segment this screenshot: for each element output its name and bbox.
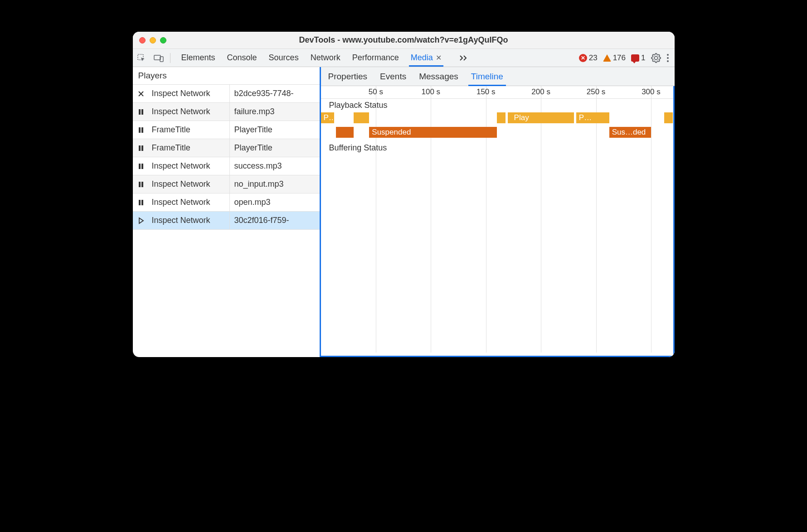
player-row[interactable]: FrameTitlePlayerTitle: [133, 121, 320, 139]
player-title: open.mp3: [230, 198, 320, 207]
player-title: PlayerTitle: [230, 125, 320, 135]
message-icon: [631, 54, 639, 62]
media-subtabs: Properties Events Messages Timeline: [321, 67, 675, 86]
ruler-tick: 200 s: [531, 87, 550, 97]
toolbar-separator: [170, 53, 170, 63]
player-row[interactable]: Inspect Networkb2dce935-7748-: [133, 85, 320, 103]
svg-rect-6: [139, 109, 141, 115]
devtools-window: DevTools - www.youtube.com/watch?v=e1gAy…: [133, 32, 675, 357]
pause-icon: [133, 199, 149, 206]
ruler-tick: 100 s: [422, 87, 441, 97]
suspended-bar[interactable]: Sus…ded: [609, 127, 651, 138]
playback-bar[interactable]: Play: [511, 112, 574, 123]
panel-tabs: Elements Console Sources Network Perform…: [173, 49, 469, 67]
player-title: failure.mp3: [230, 107, 320, 116]
pause-icon: [133, 181, 149, 188]
ruler-tick: 150 s: [476, 87, 496, 97]
close-icon: [133, 90, 149, 97]
svg-point-3: [667, 54, 669, 56]
ruler-tick: 250 s: [587, 87, 606, 97]
svg-rect-17: [141, 200, 143, 205]
svg-rect-1: [154, 55, 160, 60]
subtab-events[interactable]: Events: [380, 67, 406, 86]
timeline-tracks: Playback Status Buffering Status P…PlayP…: [321, 99, 673, 353]
playback-status-label: Playback Status: [329, 101, 388, 110]
toolbar-left: Elements Console Sources Network Perform…: [133, 49, 469, 67]
svg-rect-7: [141, 109, 143, 115]
error-count[interactable]: ✕ 23: [579, 53, 598, 63]
tab-media-label: Media: [411, 53, 433, 63]
player-row[interactable]: Inspect Networksuccess.mp3: [133, 157, 320, 175]
svg-rect-13: [141, 164, 143, 169]
warning-icon: [603, 54, 611, 62]
buffering-status-label: Buffering Status: [329, 143, 387, 153]
svg-rect-9: [141, 127, 143, 133]
ruler-tick: 50 s: [369, 87, 383, 97]
svg-rect-14: [139, 182, 141, 187]
svg-rect-8: [139, 127, 141, 133]
toolbar-right: ✕ 23 176 1: [579, 53, 675, 63]
player-title: PlayerTitle: [230, 143, 320, 153]
window-title: DevTools - www.youtube.com/watch?v=e1gAy…: [133, 35, 675, 45]
svg-rect-11: [141, 145, 143, 151]
tab-performance[interactable]: Performance: [352, 49, 399, 67]
main-panel: Properties Events Messages Timeline 50 s…: [321, 67, 675, 357]
playback-bar[interactable]: [354, 112, 369, 123]
players-list: Inspect Networkb2dce935-7748-Inspect Net…: [133, 85, 320, 357]
subtab-timeline[interactable]: Timeline: [471, 67, 503, 86]
inspect-element-icon[interactable]: [133, 49, 150, 67]
tab-network[interactable]: Network: [311, 49, 340, 67]
message-count[interactable]: 1: [631, 53, 645, 63]
close-tab-icon[interactable]: ✕: [436, 53, 442, 62]
timeline-area[interactable]: 50 s100 s150 s200 s250 s300 s Playback S…: [321, 86, 675, 357]
message-count-value: 1: [641, 53, 645, 63]
subtab-messages[interactable]: Messages: [419, 67, 458, 86]
tab-sources[interactable]: Sources: [269, 49, 299, 67]
playback-bar[interactable]: P…: [576, 112, 609, 123]
more-options-icon[interactable]: [666, 53, 669, 63]
player-row[interactable]: Inspect Networkopen.mp3: [133, 193, 320, 212]
traffic-lights: [139, 37, 166, 44]
error-count-value: 23: [589, 53, 598, 63]
settings-icon[interactable]: [651, 53, 661, 63]
svg-rect-15: [141, 182, 143, 187]
tab-media[interactable]: Media ✕: [411, 49, 442, 67]
playback-bar[interactable]: [664, 112, 673, 123]
players-sidebar: Players Inspect Networkb2dce935-7748-Ins…: [133, 67, 321, 357]
svg-rect-12: [139, 164, 141, 169]
panel-body: Players Inspect Networkb2dce935-7748-Ins…: [133, 67, 675, 357]
player-frame-name: Inspect Network: [149, 103, 230, 121]
player-frame-name: Inspect Network: [149, 85, 230, 102]
window-titlebar: DevTools - www.youtube.com/watch?v=e1gAy…: [133, 32, 675, 49]
player-row[interactable]: FrameTitlePlayerTitle: [133, 139, 320, 157]
suspended-bar[interactable]: [336, 127, 354, 138]
minimize-window-button[interactable]: [150, 37, 156, 44]
tab-elements[interactable]: Elements: [181, 49, 215, 67]
zoom-window-button[interactable]: [160, 37, 166, 44]
svg-rect-16: [139, 200, 141, 205]
player-row[interactable]: Inspect Network30c2f016-f759-: [133, 212, 320, 230]
player-title: success.mp3: [230, 161, 320, 171]
main-toolbar: Elements Console Sources Network Perform…: [133, 49, 675, 67]
playback-bar[interactable]: P…: [321, 112, 334, 123]
error-icon: ✕: [579, 54, 587, 62]
player-row[interactable]: Inspect Networkfailure.mp3: [133, 103, 320, 121]
player-frame-name: Inspect Network: [149, 157, 230, 175]
player-frame-name: Inspect Network: [149, 175, 230, 193]
player-frame-name: Inspect Network: [149, 193, 230, 211]
player-frame-name: Inspect Network: [149, 212, 230, 229]
tab-console[interactable]: Console: [227, 49, 257, 67]
warning-count[interactable]: 176: [603, 53, 626, 63]
subtab-properties[interactable]: Properties: [328, 67, 368, 86]
ruler-tick: 300 s: [642, 87, 661, 97]
player-row[interactable]: Inspect Networkno_input.mp3: [133, 175, 320, 193]
more-tabs-icon[interactable]: [460, 55, 469, 61]
close-window-button[interactable]: [139, 37, 146, 44]
suspended-bar[interactable]: Suspended: [369, 127, 497, 138]
playback-bar[interactable]: [497, 112, 506, 123]
pause-icon: [133, 126, 149, 134]
device-toolbar-icon[interactable]: [150, 49, 167, 67]
timeline-ruler: 50 s100 s150 s200 s250 s300 s: [321, 86, 673, 99]
player-frame-name: FrameTitle: [149, 121, 230, 139]
pause-icon: [133, 108, 149, 116]
